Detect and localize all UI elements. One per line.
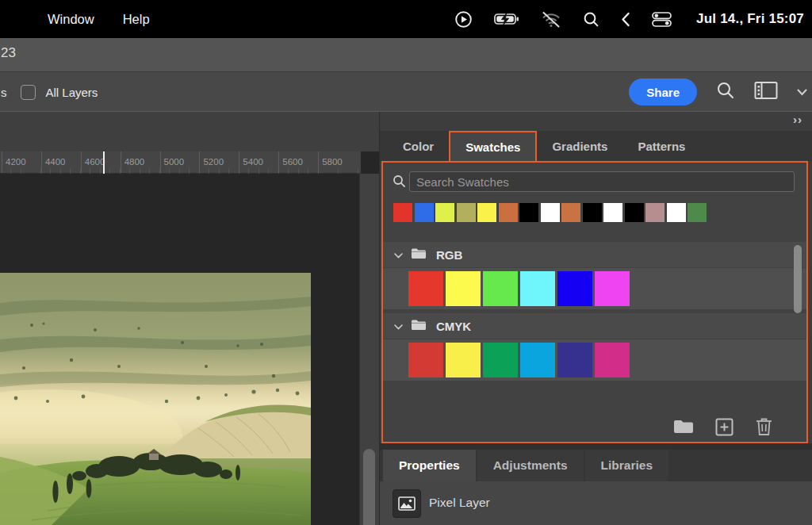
tab-color[interactable]: Color [388,131,449,161]
document-title-truncated: 23 [1,45,16,61]
swatch[interactable] [541,203,560,222]
swatch[interactable] [393,203,412,222]
canvas-vertical-scrollbar[interactable] [359,174,379,525]
swatch[interactable] [483,343,518,377]
swatch[interactable] [408,271,443,306]
wifi-off-icon[interactable] [541,11,561,28]
photoshop-window: Window Help Jul 14., Fri 15:07 [0,0,812,525]
canvas-scrollbar-thumb[interactable] [363,449,375,525]
tab-libraries[interactable]: Libraries [585,450,668,481]
recent-swatches-row [393,203,707,222]
menu-help[interactable]: Help [123,12,150,27]
battery-charging-icon[interactable] [494,13,519,25]
swatch[interactable] [408,343,443,377]
layer-type-label: Pixel Layer [429,496,490,510]
folder-icon [411,247,427,262]
swatch-group-name: CMYK [436,320,471,333]
all-layers-checkbox[interactable] [21,85,36,100]
tab-adjustments[interactable]: Adjustments [477,450,584,481]
swatch-group-rgb[interactable]: RGB [383,242,806,267]
folder-icon [411,319,427,334]
swatch[interactable] [557,271,592,306]
swatch[interactable] [519,203,538,222]
swatches-tab-bar: Color Swatches Gradients Patterns [380,131,812,161]
workspace-switcher-icon[interactable] [754,81,778,103]
swatch[interactable] [557,343,592,377]
swatch[interactable] [457,203,476,222]
swatch[interactable] [645,203,665,222]
screen-record-icon[interactable] [454,10,473,29]
tab-patterns[interactable]: Patterns [622,131,700,161]
swatch[interactable] [483,271,518,306]
all-layers-label: All Layers [46,86,98,99]
search-icon [393,174,406,191]
swatch[interactable] [520,343,555,377]
swatch[interactable] [595,271,630,306]
delete-trash-icon[interactable] [755,417,773,439]
chevron-down-icon[interactable] [797,85,807,99]
cmyk-swatch-row [383,339,806,381]
panel-divider [380,443,812,450]
ruler-cursor-marker [103,151,105,174]
swatch[interactable] [625,203,644,222]
main-workspace: 420044004600480050005200540056005800 [0,111,812,525]
swatch[interactable] [583,203,602,222]
pixel-layer-icon [393,489,421,518]
swatch[interactable] [415,203,434,222]
share-button[interactable]: Share [629,79,697,105]
collapse-panel-icon[interactable]: ›› [793,113,802,126]
swatch[interactable] [667,203,686,222]
swatch-list-scrollbar-thumb[interactable] [794,245,802,313]
search-icon[interactable] [716,81,735,103]
properties-tab-bar: Properties Adjustments Libraries [380,450,812,481]
swatch-search-row [383,163,806,201]
panel-dock: ›› Color Swatches Gradients Patterns [379,112,812,525]
swatch[interactable] [477,203,496,222]
chevron-down-icon[interactable] [394,247,403,262]
tab-properties[interactable]: Properties [383,450,476,481]
swatch[interactable] [435,203,454,222]
document-tab-strip [0,112,379,151]
tab-gradients[interactable]: Gradients [537,131,622,161]
spotlight-search-icon[interactable] [583,11,599,28]
panel-header-strip: ›› [380,112,812,131]
rgb-swatch-row [383,268,806,309]
menu-window[interactable]: Window [48,12,94,27]
swatch-actions-bar [383,415,806,442]
swatch[interactable] [446,343,481,377]
chevron-down-icon[interactable] [394,319,403,333]
swatch[interactable] [603,203,622,222]
ruler-minor-ticks [2,168,358,174]
new-group-folder-icon[interactable] [673,419,694,438]
swatch[interactable] [499,203,518,222]
tab-swatches[interactable]: Swatches [449,131,537,161]
properties-panel: Pixel Layer [380,481,812,525]
search-swatches-input[interactable] [409,171,795,192]
menubar-clock[interactable]: Jul 14., Fri 15:07 [696,11,804,27]
control-center-icon[interactable] [652,12,672,27]
canvas-image[interactable] [0,273,311,525]
truncated-option-label: s [1,86,7,99]
swatch[interactable] [446,271,481,306]
swatch[interactable] [520,271,555,306]
macos-menu-bar: Window Help Jul 14., Fri 15:07 [0,0,812,38]
swatch[interactable] [561,203,580,222]
chevron-left-icon[interactable] [621,12,630,27]
swatches-panel: RGB CMYK [381,161,808,443]
tool-options-bar: s All Layers Share [0,71,812,111]
swatch[interactable] [595,343,630,377]
swatch-group-name: RGB [436,248,462,262]
swatch[interactable] [688,203,707,222]
swatch-group-cmyk[interactable]: CMYK [383,313,806,339]
document-canvas-area: 420044004600480050005200540056005800 [0,112,379,525]
document-title-bar: 23 [0,38,812,71]
new-swatch-plus-icon[interactable] [715,418,733,439]
